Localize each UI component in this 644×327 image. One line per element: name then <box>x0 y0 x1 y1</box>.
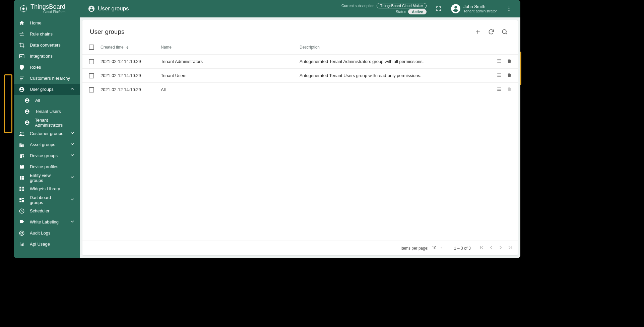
sidebar-item-label: Tenant Users <box>35 109 61 114</box>
sidebar-item-user-groups-tenant-admins[interactable]: Tenant Administrators <box>17 117 80 128</box>
table-row[interactable]: 2021-02-12 14:10:29Tenant Administrators… <box>82 54 518 68</box>
card-title: User groups <box>90 28 125 36</box>
svg-rect-11 <box>19 187 21 188</box>
cell-created: 2021-02-12 14:10:29 <box>101 87 161 92</box>
row-delete-button[interactable] <box>506 58 512 65</box>
add-button[interactable] <box>472 26 484 38</box>
sidebar-item-user-groups[interactable]: User groups <box>14 84 80 95</box>
chart-icon <box>19 241 25 247</box>
sidebar-item-home[interactable]: Home <box>14 17 80 28</box>
sidebar-item-label: White Labeling <box>30 219 59 224</box>
page-size-select[interactable]: 10 <box>431 245 446 251</box>
fullscreen-button[interactable] <box>433 3 445 15</box>
row-checkbox[interactable] <box>89 59 94 64</box>
sidebar-item-label: Tenant Administrators <box>35 118 75 128</box>
sidebar-item-customers-hierarchy[interactable]: Customers hierarchy <box>14 73 80 84</box>
chevron-right-icon <box>498 245 504 251</box>
account-circle-icon <box>24 120 30 125</box>
sidebar-item-label: Customers hierarchy <box>30 76 70 81</box>
highlight-sidebar-outer <box>4 74 12 133</box>
svg-point-7 <box>20 132 22 133</box>
row-details-button[interactable] <box>496 58 502 65</box>
dashboard-icon <box>19 197 25 203</box>
sidebar-item-integrations[interactable]: Integrations <box>14 51 80 62</box>
chevron-down-icon <box>70 197 75 202</box>
row-delete-button[interactable] <box>506 72 512 79</box>
people-icon <box>19 131 25 137</box>
pager-prev[interactable] <box>488 245 494 252</box>
row-checkbox[interactable] <box>89 87 94 92</box>
table-header: Created time Name Description <box>82 40 518 54</box>
sidebar-item-dashboard-groups[interactable]: Dashboard groups <box>14 194 80 205</box>
crop-icon <box>19 42 25 48</box>
column-description[interactable]: Description <box>300 45 472 50</box>
first-page-icon <box>479 245 485 251</box>
sidebar-item-roles[interactable]: Roles <box>14 62 80 73</box>
sidebar-item-user-groups-tenant-users[interactable]: Tenant Users <box>17 106 80 117</box>
row-checkbox[interactable] <box>89 73 94 78</box>
sidebar-item-white-labeling[interactable]: White Labeling <box>14 216 80 227</box>
pager-next[interactable] <box>498 245 504 252</box>
sidebar-item-label: Widgets Library <box>30 186 60 191</box>
account-circle-icon <box>88 5 95 12</box>
brand[interactable]: ThingsBoard Cloud Platform <box>14 0 80 17</box>
sidebar-item-data-converters[interactable]: Data converters <box>14 40 80 51</box>
svg-rect-14 <box>22 189 24 191</box>
pager-first[interactable] <box>479 245 485 252</box>
chevron-down-icon <box>70 141 75 147</box>
cell-description: Autogenerated Tenant Administrators grou… <box>300 59 472 64</box>
sidebar-item-label: Home <box>30 20 42 25</box>
user-menu[interactable]: John Smith Tenant administrator <box>451 4 497 14</box>
sidebar-item-device-profiles[interactable]: Device profiles <box>14 161 80 172</box>
svg-point-18 <box>502 29 506 34</box>
select-all-checkbox[interactable] <box>89 45 94 50</box>
sidebar-item-label: Asset groups <box>30 142 55 147</box>
svg-point-16 <box>19 231 24 236</box>
sidebar-item-user-groups-all[interactable]: All <box>17 95 80 106</box>
more-button[interactable] <box>503 3 515 15</box>
badge-icon <box>19 164 25 170</box>
account-circle-icon <box>24 109 30 114</box>
search-button[interactable] <box>499 26 510 38</box>
cell-created: 2021-02-12 14:10:29 <box>101 59 161 64</box>
column-name[interactable]: Name <box>161 45 300 50</box>
sidebar-item-audit-logs[interactable]: Audit Logs <box>14 227 80 239</box>
row-details-button[interactable] <box>496 72 502 79</box>
sidebar-item-label: Audit Logs <box>30 231 50 236</box>
svg-point-1 <box>22 8 25 10</box>
page-title: User groups <box>98 5 129 12</box>
avatar-icon <box>451 4 461 14</box>
status-label: Status <box>396 10 406 14</box>
svg-point-3 <box>509 6 510 7</box>
cell-name: Tenant Administrators <box>161 59 300 64</box>
refresh-icon <box>488 28 495 35</box>
sidebar-item-rule-chains[interactable]: Rule chains <box>14 28 80 40</box>
table-row[interactable]: 2021-02-12 14:10:29Tenant UsersAutogener… <box>82 68 518 82</box>
dropdown-caret-icon <box>440 246 443 250</box>
sidebar-item-label: Data converters <box>30 43 61 48</box>
sidebar-item-asset-groups[interactable]: Asset groups <box>14 139 80 150</box>
sidebar-item-scheduler[interactable]: Scheduler <box>14 205 80 216</box>
sidebar-item-entity-view-groups[interactable]: Entity view groups <box>14 172 80 183</box>
pager-last[interactable] <box>507 245 513 252</box>
sidebar-item-label: All <box>35 98 40 103</box>
list-icon <box>496 58 502 64</box>
row-details-button[interactable] <box>496 86 502 93</box>
devices-icon <box>19 153 25 159</box>
sidebar-item-widgets-library[interactable]: Widgets Library <box>14 183 80 194</box>
shield-icon <box>19 64 25 70</box>
subscription-value[interactable]: ThingsBoard Cloud Maker <box>377 3 427 8</box>
domain-icon <box>19 142 25 148</box>
sidebar-item-customer-groups[interactable]: Customer groups <box>14 128 80 139</box>
account-circle-icon <box>24 98 30 103</box>
sidebar: Home Rule chains Data converters Integra… <box>14 17 80 258</box>
column-created[interactable]: Created time <box>101 45 161 50</box>
table-row[interactable]: 2021-02-12 14:10:29All <box>82 82 518 96</box>
kebab-icon <box>506 6 512 12</box>
refresh-button[interactable] <box>486 26 497 38</box>
user-name: John Smith <box>463 4 485 9</box>
sidebar-item-device-groups[interactable]: Device groups <box>14 150 80 161</box>
chevron-down-icon <box>70 175 75 180</box>
svg-point-4 <box>509 8 510 9</box>
sidebar-item-api-usage[interactable]: Api Usage <box>14 239 80 250</box>
